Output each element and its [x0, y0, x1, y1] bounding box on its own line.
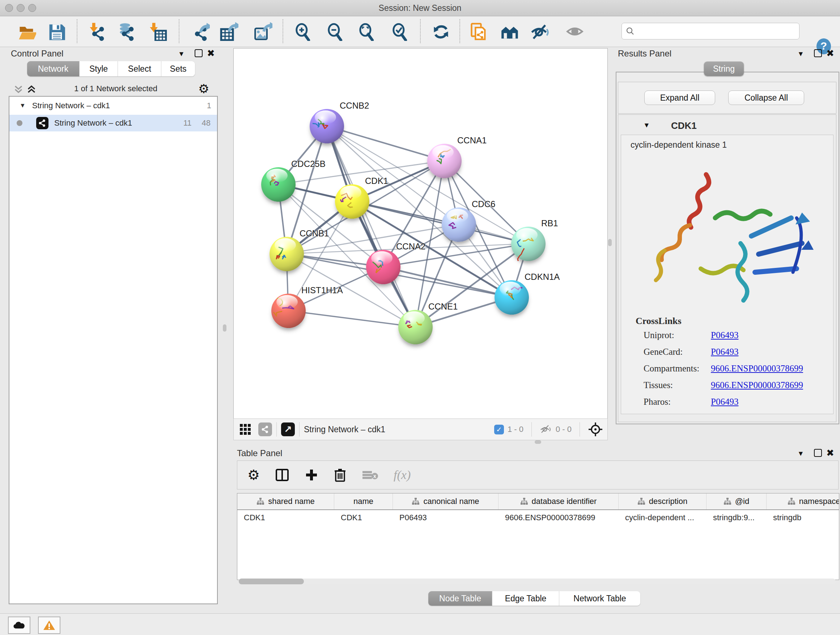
- gene-collapse-icon[interactable]: ▼: [643, 121, 650, 129]
- import-table-icon[interactable]: [148, 22, 167, 41]
- save-icon[interactable]: [47, 22, 66, 41]
- column-header-description[interactable]: description: [619, 494, 706, 509]
- tab-style[interactable]: Style: [80, 61, 118, 76]
- right-splitter-handle[interactable]: [608, 239, 612, 246]
- scrollbar-thumb[interactable]: [239, 578, 304, 584]
- open-icon[interactable]: [17, 22, 36, 41]
- table-cell[interactable]: stringdb:9...: [706, 510, 767, 525]
- edge-HIST1H1A-CCNE1[interactable]: [288, 310, 415, 327]
- search-input[interactable]: [622, 23, 799, 40]
- column-header-database-identifier[interactable]: database identifier: [499, 494, 619, 509]
- import-database-icon[interactable]: [118, 22, 137, 41]
- results-panel-menu-icon[interactable]: ▼: [797, 50, 804, 58]
- delete-column-icon[interactable]: [333, 467, 347, 483]
- zoom-fit-icon[interactable]: [357, 22, 376, 41]
- import-network-icon[interactable]: [88, 22, 107, 41]
- network-options-gear-icon[interactable]: ⚙: [198, 82, 209, 95]
- results-panel-close-icon[interactable]: ✖: [826, 49, 834, 58]
- refresh-icon[interactable]: [431, 22, 450, 41]
- crosslink-label: Pharos:: [644, 397, 711, 407]
- table-row[interactable]: CDK1CDK1P064939606.ENSP00000378699cyclin…: [237, 510, 839, 525]
- table-options-gear-icon[interactable]: ⚙: [248, 468, 260, 482]
- node-HIST1H1A[interactable]: [271, 294, 306, 328]
- node-CCNB1[interactable]: [270, 237, 304, 271]
- collapse-all-button[interactable]: Collapse All: [728, 90, 804, 105]
- crosslink-value[interactable]: P06493: [711, 347, 738, 357]
- control-panel-close-icon[interactable]: ✖: [207, 49, 215, 58]
- table-panel-float-icon[interactable]: [814, 449, 822, 457]
- node-label-CCNE1: CCNE1: [428, 302, 458, 312]
- edge-CCNB2-CCNE1[interactable]: [327, 126, 415, 327]
- results-panel-float-icon[interactable]: [814, 49, 822, 57]
- copy-style-icon[interactable]: [469, 22, 488, 41]
- column-header-canonical-name[interactable]: canonical name: [393, 494, 499, 509]
- home-icon[interactable]: [501, 22, 519, 41]
- create-column-icon[interactable]: [305, 468, 318, 482]
- network-tree-row[interactable]: String Network – cdk1 11 48: [9, 115, 217, 131]
- table-cell[interactable]: P06493: [393, 510, 499, 525]
- show-columns-icon[interactable]: [275, 468, 289, 482]
- left-splitter-handle[interactable]: [223, 325, 226, 332]
- tab-select[interactable]: Select: [118, 61, 161, 76]
- table-cell[interactable]: CDK1: [237, 510, 334, 525]
- table-cell[interactable]: stringdb: [767, 510, 839, 525]
- column-header-shared-name[interactable]: shared name: [237, 494, 334, 509]
- toolbar-separator: [283, 19, 283, 43]
- node-CDC6[interactable]: [442, 207, 476, 242]
- expand-all-networks-icon[interactable]: [26, 83, 37, 97]
- export-table-icon[interactable]: [219, 22, 238, 41]
- table-panel-menu-icon[interactable]: ▼: [797, 450, 804, 458]
- tab-edge-table[interactable]: Edge Table: [493, 591, 559, 606]
- table-cell[interactable]: cyclin-dependent ...: [619, 510, 706, 525]
- crosslink-value[interactable]: P06493: [711, 397, 738, 407]
- network-tree-root-row[interactable]: ▼ String Network – cdk1 1: [9, 97, 217, 115]
- bottom-splitter-handle[interactable]: [535, 440, 541, 444]
- control-panel-float-icon[interactable]: [195, 49, 202, 57]
- node-CCNB2[interactable]: [309, 109, 344, 143]
- node-CCNA2[interactable]: [366, 250, 401, 284]
- crosslink-value[interactable]: P06493: [711, 330, 738, 340]
- table-panel-close-icon[interactable]: ✖: [826, 448, 834, 458]
- table-cell[interactable]: CDK1: [334, 510, 393, 525]
- node-RB1[interactable]: [511, 226, 546, 261]
- collapse-all-networks-icon[interactable]: [13, 83, 24, 97]
- network-canvas[interactable]: CCNB2CCNA1CDC25BCDK1CDC6RB1CCNB1CCNA2CDK…: [233, 48, 608, 419]
- eye-icon[interactable]: [566, 22, 584, 41]
- zoom-in-icon[interactable]: [293, 22, 312, 41]
- table-cell[interactable]: 9606.ENSP00000378699: [499, 510, 619, 525]
- node-CCNE1[interactable]: [398, 310, 433, 344]
- node-CCNA1[interactable]: [427, 144, 462, 178]
- crosslink-value[interactable]: 9606.ENSP00000378699: [711, 380, 803, 390]
- node-CDC25B[interactable]: [261, 167, 295, 202]
- edge-CCNB2-CCNA1[interactable]: [327, 126, 444, 161]
- zoom-out-icon[interactable]: [325, 22, 344, 41]
- tab-network-table[interactable]: Network Table: [559, 591, 640, 606]
- column-header--id[interactable]: @id: [706, 494, 767, 509]
- node-CDK1[interactable]: [335, 184, 369, 219]
- string-network-icon: [36, 117, 49, 129]
- tree-collapse-icon[interactable]: ▼: [19, 102, 26, 109]
- crosslink-value[interactable]: 9606.ENSP00000378699: [711, 363, 803, 374]
- tab-node-table[interactable]: Node Table: [428, 591, 493, 606]
- export-image-icon[interactable]: [254, 22, 272, 41]
- control-panel-menu-icon[interactable]: ▼: [178, 50, 185, 58]
- selected-checkbox-icon[interactable]: ✓: [494, 424, 504, 434]
- fit-selected-crosshair-icon[interactable]: [588, 422, 603, 437]
- table-horizontal-scrollbar[interactable]: [239, 578, 836, 584]
- birdseye-view-icon[interactable]: ↗: [281, 423, 295, 436]
- column-header-name[interactable]: name: [334, 494, 393, 509]
- export-network-icon[interactable]: [191, 22, 210, 41]
- node-table[interactable]: shared namenamecanonical namedatabase id…: [237, 493, 839, 580]
- node-CDKN1A[interactable]: [494, 280, 529, 315]
- zoom-selected-icon[interactable]: [390, 22, 409, 41]
- hidden-eye-icon[interactable]: [540, 424, 552, 435]
- tab-string[interactable]: String: [704, 62, 744, 76]
- column-header-namespace[interactable]: namespace: [767, 494, 839, 509]
- tab-sets[interactable]: Sets: [161, 61, 195, 76]
- cloud-status-button[interactable]: [8, 616, 30, 634]
- tab-network[interactable]: Network: [27, 61, 80, 76]
- hide-eye-icon[interactable]: [531, 22, 549, 41]
- expand-all-button[interactable]: Expand All: [644, 90, 715, 105]
- warnings-button[interactable]: [38, 616, 60, 634]
- grid-view-icon[interactable]: [239, 422, 252, 437]
